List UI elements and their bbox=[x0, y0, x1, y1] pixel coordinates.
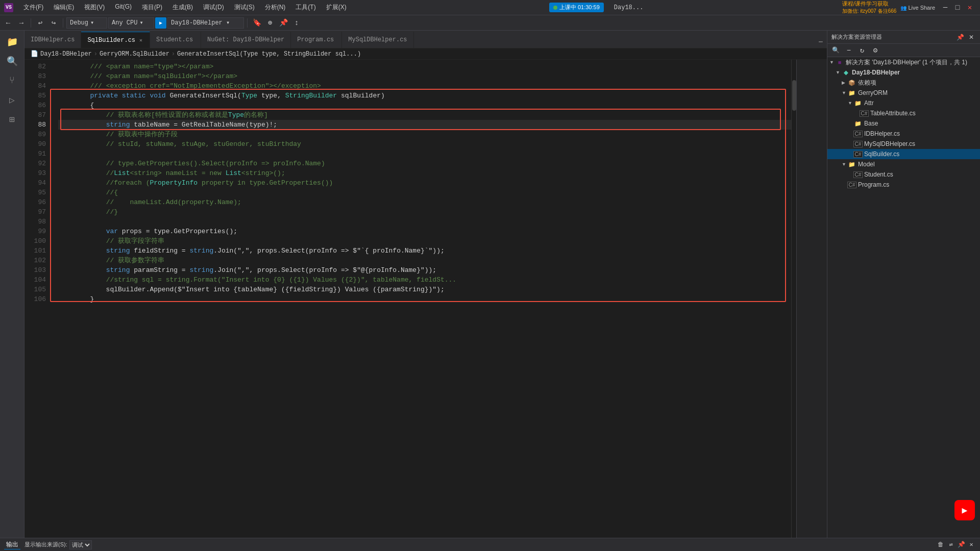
code-editor[interactable]: 8283848586878889909192939495969798991001… bbox=[24, 60, 827, 538]
youtube-button[interactable]: ▶ bbox=[954, 500, 975, 520]
output-source-select[interactable]: 调试 bbox=[69, 540, 92, 549]
toolbar-sep-3 bbox=[247, 18, 248, 28]
output-header-icons: 🗑 ⇌ 📌 ✕ bbox=[936, 540, 976, 549]
promo-text-title: 课程/课件学习获取 加微信: itzy007 备注666 bbox=[842, 0, 897, 15]
output-close-icon[interactable]: ✕ bbox=[967, 540, 976, 549]
menu-git[interactable]: Git(G) bbox=[111, 2, 136, 13]
tree-node[interactable]: C#TableAttribute.cs bbox=[827, 108, 980, 118]
output-header: 输出 显示输出来源(S): 调试 🗑 ⇌ 📌 ✕ bbox=[0, 538, 980, 551]
tree-node[interactable]: C#MySqlDBHelper.cs bbox=[827, 139, 980, 149]
tree-node[interactable]: C#IDBHelper.cs bbox=[827, 129, 980, 139]
vertical-scrollbar[interactable] bbox=[791, 60, 796, 538]
tab-program-label: Program.cs bbox=[297, 36, 334, 43]
code-content[interactable]: /// <param name="type"></param> /// <par… bbox=[50, 60, 791, 538]
menu-analyze[interactable]: 分析(N) bbox=[261, 2, 290, 13]
solution-explorer-header: 解决方案资源管理器 📌 ✕ bbox=[827, 31, 980, 44]
line-numbers: 8283848586878889909192939495969798991001… bbox=[24, 60, 50, 538]
window-title: Day18... bbox=[614, 4, 644, 11]
breadcrumb-method[interactable]: GenerateInsertSql(Type type, StringBuild… bbox=[177, 51, 361, 58]
se-filter-icon[interactable]: ⚙ bbox=[869, 44, 881, 57]
output-tab-output[interactable]: 输出 bbox=[4, 540, 20, 549]
tree-node[interactable]: ▶📦依赖项 bbox=[827, 78, 980, 88]
solution-explorer: 解决方案资源管理器 📌 ✕ 🔍 − ↻ ⚙ ▼■解决方案 'Day18-DBHe… bbox=[827, 31, 980, 538]
breadcrumb-class[interactable]: GerryORM.SqlBuilder bbox=[100, 51, 169, 58]
tree-node[interactable]: ▼◆Day18-DBHelper bbox=[827, 67, 980, 78]
project-dropdown[interactable]: Day18-DBHelper ▾ bbox=[167, 17, 244, 29]
tab-nuget-label: NuGet: Day18-DBHelper bbox=[207, 36, 284, 43]
tab-nuget[interactable]: NuGet: Day18-DBHelper bbox=[201, 32, 291, 48]
platform-dropdown[interactable]: Any CPU ▾ bbox=[108, 17, 154, 29]
solution-explorer-title: 解决方案资源管理器 bbox=[831, 33, 882, 41]
tab-sqlbuilder-close[interactable]: ✕ bbox=[138, 37, 143, 44]
tab-idbhelper[interactable]: IDBHelper.cs bbox=[24, 32, 81, 48]
tree-node[interactable]: C#Program.cs bbox=[827, 180, 980, 190]
menu-debug[interactable]: 调试(D) bbox=[199, 2, 228, 13]
window-controls: ─ □ ✕ bbox=[939, 2, 976, 14]
config-dropdown[interactable]: Debug ▾ bbox=[66, 17, 107, 29]
tab-student[interactable]: Student.cs bbox=[150, 32, 201, 48]
vs-app-icon: VS bbox=[4, 3, 13, 12]
tab-scroll-left[interactable]: ⋯ bbox=[815, 36, 827, 48]
se-close-icon[interactable]: ✕ bbox=[967, 33, 976, 42]
title-bar: VS 文件(F) 编辑(E) 视图(V) Git(G) 项目(P) 生成(B) … bbox=[0, 0, 980, 15]
tab-mysqldbhelper[interactable]: MySqlDBHelper.cs bbox=[342, 32, 413, 48]
clock-badge: 上课中 01:30:59 bbox=[549, 3, 604, 12]
se-toolbar: 🔍 − ↻ ⚙ bbox=[827, 44, 980, 57]
tab-student-label: Student.cs bbox=[156, 36, 193, 43]
run-button[interactable]: ▶ bbox=[155, 17, 166, 29]
forward-button[interactable]: → bbox=[15, 17, 28, 29]
se-collapse-icon[interactable]: − bbox=[843, 44, 855, 57]
toolbar-btn-2[interactable]: ⊕ bbox=[264, 17, 276, 29]
output-clear-icon[interactable]: 🗑 bbox=[936, 540, 945, 549]
source-control-icon[interactable]: ⑂ bbox=[3, 71, 21, 90]
toolbar-btn-4[interactable]: ↕ bbox=[290, 17, 303, 29]
menu-project[interactable]: 项目(P) bbox=[138, 2, 166, 13]
explorer-icon[interactable]: 📁 bbox=[3, 33, 21, 51]
editor-area: IDBHelper.cs SqlBuilder.cs ✕ Student.cs … bbox=[24, 31, 827, 538]
tree-area: ▼■解决方案 'Day18-DBHelper' (1 个项目，共 1)▼◆Day… bbox=[827, 57, 980, 538]
menu-extensions[interactable]: 扩展(X) bbox=[322, 2, 351, 13]
tab-program[interactable]: Program.cs bbox=[291, 32, 342, 48]
menu-tools[interactable]: 工具(T) bbox=[291, 2, 320, 13]
toolbar-sep-1 bbox=[31, 18, 31, 28]
title-bar-center: 上课中 01:30:59 Day18... bbox=[351, 3, 842, 12]
menu-build[interactable]: 生成(B) bbox=[168, 2, 197, 13]
run-debug-icon[interactable]: ▷ bbox=[3, 91, 21, 109]
output-wrap-icon[interactable]: ⇌ bbox=[946, 540, 955, 549]
back-button[interactable]: ← bbox=[2, 17, 14, 29]
menu-test[interactable]: 测试(S) bbox=[230, 2, 259, 13]
menu-file[interactable]: 文件(F) bbox=[19, 2, 47, 13]
tab-sqlbuilder[interactable]: SqlBuilder.cs ✕ bbox=[81, 32, 150, 48]
menu-bar: 文件(F) 编辑(E) 视图(V) Git(G) 项目(P) 生成(B) 调试(… bbox=[19, 2, 351, 13]
tree-node[interactable]: C#SqlBuilder.cs bbox=[827, 149, 980, 159]
se-refresh-icon[interactable]: ↻ bbox=[856, 44, 868, 57]
minimap bbox=[796, 60, 827, 538]
undo-button[interactable]: ↩ bbox=[34, 17, 46, 29]
toolbar-btn-3[interactable]: 📌 bbox=[277, 17, 289, 29]
search-icon[interactable]: 🔍 bbox=[3, 52, 21, 70]
minimize-button[interactable]: ─ bbox=[939, 2, 951, 14]
menu-edit[interactable]: 编辑(E) bbox=[50, 2, 78, 13]
tree-node[interactable]: C#Student.cs bbox=[827, 169, 980, 180]
breadcrumb-home: 📄 bbox=[31, 50, 38, 58]
output-source: 显示输出来源(S): 调试 bbox=[24, 540, 92, 549]
tree-node[interactable]: ▼■解决方案 'Day18-DBHelper' (1 个项目，共 1) bbox=[827, 57, 980, 67]
close-button[interactable]: ✕ bbox=[964, 2, 976, 14]
liveshare-button[interactable]: 👥 Live Share bbox=[900, 5, 935, 11]
tree-node[interactable]: ▼📁Attr bbox=[827, 98, 980, 108]
output-pin-icon[interactable]: 📌 bbox=[957, 540, 966, 549]
tree-node[interactable]: ▼📁GerryORM bbox=[827, 88, 980, 98]
maximize-button[interactable]: □ bbox=[951, 2, 964, 14]
activity-bar: 📁 🔍 ⑂ ▷ ⊞ bbox=[0, 31, 24, 538]
output-panel: 输出 显示输出来源(S): 调试 🗑 ⇌ 📌 ✕ 程序 "[20588] Day… bbox=[0, 538, 980, 551]
se-dock-icon[interactable]: 📌 bbox=[955, 33, 965, 42]
toolbar-btn-1[interactable]: 🔖 bbox=[251, 17, 263, 29]
tree-node[interactable]: 📁Base bbox=[827, 118, 980, 129]
breadcrumb-project[interactable]: Day18-DBHelper bbox=[40, 51, 92, 58]
tabs-bar: IDBHelper.cs SqlBuilder.cs ✕ Student.cs … bbox=[24, 31, 827, 48]
redo-button[interactable]: ↪ bbox=[47, 17, 60, 29]
tree-node[interactable]: ▼📁Model bbox=[827, 159, 980, 169]
menu-view[interactable]: 视图(V) bbox=[80, 2, 109, 13]
se-search-icon[interactable]: 🔍 bbox=[829, 44, 842, 57]
extensions-icon[interactable]: ⊞ bbox=[3, 110, 21, 129]
